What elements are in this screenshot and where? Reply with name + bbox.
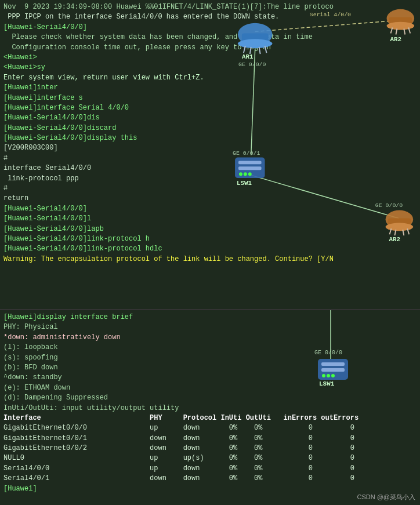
terminal-line: <Huawei> <box>3 53 417 63</box>
terminal-line: [Huawei-Serial4/0/0]discard <box>3 123 417 133</box>
terminal-line: [Huawei]interface Serial 4/0/0 <box>3 103 417 113</box>
terminal-line: Warning: The encapsulation protocol of t… <box>3 255 417 264</box>
terminal-line: [Huawei]inter <box>3 83 417 93</box>
terminal-line: Configuration console time out, please p… <box>3 43 417 53</box>
terminal-line: Please check whether system data has bee… <box>3 32 417 42</box>
terminal-line: [Huawei-Serial4/0/0] <box>3 23 417 32</box>
terminal-line: (s): spoofing <box>3 353 417 363</box>
terminal-line: [Huawei-Serial4/0/0]l <box>3 214 417 224</box>
terminal-line: (l): loopback <box>3 343 417 353</box>
terminal-line: Interface PHY Protocol InUti OutUti inEr… <box>3 413 417 423</box>
top-panel: Nov 9 2023 19:34:09-08:00 Huawei %%01IFN… <box>0 0 420 310</box>
terminal-line: InUti/OutUti: input utility/output utili… <box>3 404 417 413</box>
terminal-line: NULL0 up up(s) 0% 0% 0 0 <box>3 453 417 463</box>
terminal-line: Enter system view, return user view with… <box>3 73 417 83</box>
terminal-line: (d): Dampening Suppressed <box>3 393 417 403</box>
bottom-panel: [Huawei]display interface briefPHY: Phys… <box>0 310 420 505</box>
terminal-line: # <box>3 154 417 164</box>
terminal-line: [Huawei-Serial4/0/0] <box>3 204 417 214</box>
terminal-line: GigabitEthernet0/0/0 up down 0% 0% 0 0 <box>3 423 417 433</box>
terminal-line: [Huawei-Serial4/0/0]display this <box>3 133 417 143</box>
terminal-line: [Huawei] <box>3 484 417 494</box>
terminal-line: interface Serial4/0/0 <box>3 164 417 173</box>
terminal-line: <Huawei>sy <box>3 63 417 72</box>
terminal-line: [Huawei]display interface brief <box>3 313 417 322</box>
terminal-line: link-protocol ppp <box>3 174 417 184</box>
terminal-line: [V200R003C00] <box>3 143 417 153</box>
terminal-line: return <box>3 194 417 204</box>
terminal-line: Serial4/0/1 down down 0% 0% 0 0 <box>3 474 417 484</box>
terminal-line: ^down: standby <box>3 373 417 383</box>
terminal-line: (e): ETHOAM down <box>3 383 417 393</box>
terminal-line: [Huawei-Serial4/0/0]link-protocol hdlc <box>3 244 417 254</box>
terminal-line: Serial4/0/0 up down 0% 0% 0 0 <box>3 464 417 474</box>
terminal-line: (b): BFD down <box>3 363 417 373</box>
terminal-line: [Huawei-Serial4/0/0]dis <box>3 113 417 123</box>
terminal-line: PHY: Physical <box>3 322 417 332</box>
terminal-bottom: [Huawei]display interface briefPHY: Phys… <box>0 310 420 505</box>
watermark: CSDN @@菜鸟小入 <box>357 493 415 502</box>
terminal-line: [Huawei-Serial4/0/0]link-protocol h <box>3 234 417 244</box>
terminal-line: [Huawei-Serial4/0/0]lapb <box>3 224 417 234</box>
terminal-top: Nov 9 2023 19:34:09-08:00 Huawei %%01IFN… <box>0 0 420 309</box>
terminal-line: PPP IPCP on the interface Serial4/0/0 ha… <box>3 12 417 22</box>
terminal-line: GigabitEthernet0/0/1 down down 0% 0% 0 0 <box>3 434 417 444</box>
terminal-line: *down: administratively down <box>3 333 417 343</box>
terminal-line: # <box>3 184 417 194</box>
main-container: Nov 9 2023 19:34:09-08:00 Huawei %%01IFN… <box>0 0 420 505</box>
terminal-line: GigabitEthernet0/0/2 down down 0% 0% 0 0 <box>3 444 417 453</box>
terminal-line: Nov 9 2023 19:34:09-08:00 Huawei %%01IFN… <box>3 2 417 12</box>
terminal-line: [Huawei]interface s <box>3 93 417 103</box>
